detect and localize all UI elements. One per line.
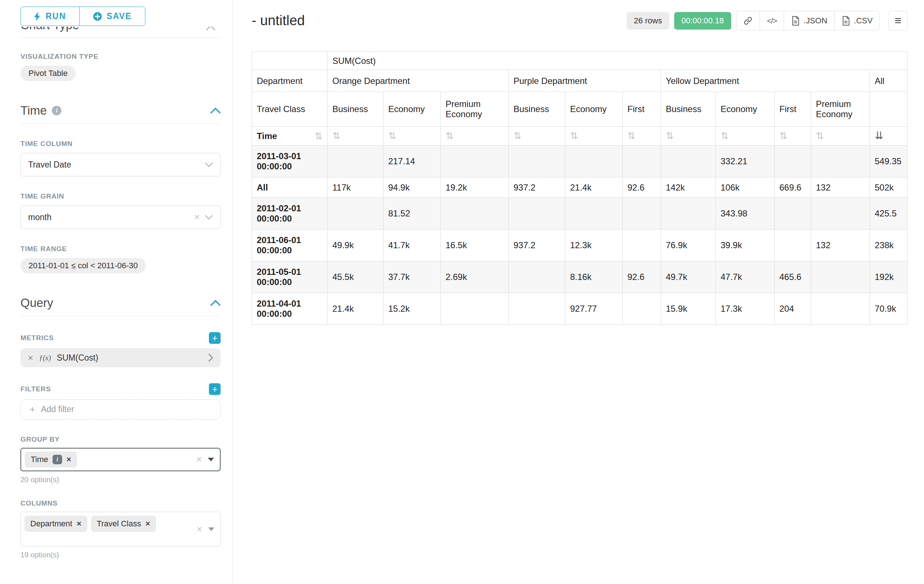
- add-metric-button[interactable]: +: [209, 332, 221, 344]
- sort-icon[interactable]: ⇅: [721, 130, 729, 141]
- sort-cell: ⇅: [775, 127, 811, 146]
- pivot-cell: 92.6: [623, 178, 661, 198]
- remove-chip-icon[interactable]: ×: [145, 519, 150, 528]
- add-filter-plus-button[interactable]: +: [209, 383, 221, 395]
- pivot-cell: [661, 198, 716, 230]
- visualization-type-value[interactable]: Pivot Table: [20, 66, 76, 81]
- sort-icon[interactable]: ⇅: [332, 130, 340, 141]
- caret-down-icon[interactable]: [208, 458, 214, 462]
- clear-icon[interactable]: ×: [194, 212, 200, 222]
- export-csv-button[interactable]: .CSV: [834, 11, 880, 30]
- pivot-cell: [775, 198, 811, 230]
- group-by-chip[interactable]: Time i ×: [25, 451, 77, 467]
- pivot-cell: 465.6: [775, 262, 811, 293]
- sort-icon[interactable]: ⇅: [570, 130, 578, 141]
- sort-icon[interactable]: ⇅: [816, 130, 824, 141]
- pivot-cell: [509, 198, 565, 230]
- chevron-right-icon[interactable]: [208, 354, 213, 362]
- row-time-header: 2011-04-01 00:00:00: [252, 293, 328, 325]
- chevron-up-icon[interactable]: [210, 108, 221, 114]
- add-filter-label: Add filter: [41, 405, 74, 414]
- sort-cell: ⇅: [509, 127, 565, 146]
- department-group: Orange Department: [328, 70, 509, 92]
- sort-cell: ⇅: [441, 127, 509, 146]
- sort-icon[interactable]: ⇅: [779, 130, 787, 141]
- table-row: 2011-03-01 00:00:00 217.14 332.21 549.35: [252, 146, 908, 178]
- table-row: All 117k 94.9k 19.2k 937.2 21.4k 92.6 14…: [252, 178, 908, 198]
- save-button[interactable]: SAVE: [79, 7, 145, 26]
- embed-code-button[interactable]: </>: [760, 11, 784, 30]
- pivot-cell: [811, 293, 870, 325]
- code-icon: </>: [767, 16, 777, 25]
- pivot-cell: [509, 293, 565, 325]
- columns-chip[interactable]: Department ×: [25, 516, 87, 532]
- all-column-header: All: [870, 70, 908, 92]
- sort-desc-icon[interactable]: ⇊: [875, 130, 883, 141]
- pivot-cell: 343.98: [716, 198, 775, 230]
- clear-icon[interactable]: ×: [196, 524, 202, 534]
- sort-icon[interactable]: ⇅: [388, 130, 396, 141]
- remove-metric-icon[interactable]: ×: [28, 352, 33, 364]
- caret-down-icon[interactable]: [208, 527, 214, 531]
- run-button[interactable]: RUN: [20, 7, 79, 26]
- sort-cell: ⇅: [811, 127, 870, 146]
- columns-chip[interactable]: Travel Class ×: [91, 516, 156, 532]
- group-by-label: GROUP BY: [20, 436, 221, 444]
- more-options-button[interactable]: ≡: [888, 11, 908, 30]
- chart-title[interactable]: - untitled: [252, 13, 305, 28]
- chart-type-section-header[interactable]: Chart Type: [20, 26, 221, 33]
- sort-cell: ⇅: [716, 127, 775, 146]
- pivot-cell: [623, 198, 661, 230]
- row-time-header: All: [252, 178, 328, 198]
- pivot-cell: 49.9k: [328, 230, 383, 262]
- sort-icon[interactable]: ⇅: [446, 130, 454, 141]
- pivot-cell: 132: [811, 230, 870, 262]
- table-row: 2011-02-01 00:00:00 81.52 343.98 425.5: [252, 198, 908, 230]
- pivot-cell: 502k: [870, 178, 908, 198]
- metric-header: SUM(Cost): [328, 52, 908, 70]
- pivot-table: SUM(Cost) Department Orange Department P…: [252, 51, 908, 325]
- export-json-button[interactable]: .JSON: [784, 11, 835, 30]
- sort-icon[interactable]: ⇅: [666, 130, 674, 141]
- remove-chip-icon[interactable]: ×: [66, 455, 71, 464]
- metric-chip[interactable]: × ƒ(x) SUM(Cost): [20, 348, 221, 367]
- group-by-chip-label: Time: [31, 455, 48, 464]
- time-grain-select[interactable]: month ×: [20, 206, 221, 229]
- query-section-header[interactable]: Query: [20, 296, 221, 316]
- pivot-cell: 142k: [661, 178, 716, 198]
- sort-icon[interactable]: ⇅: [627, 130, 635, 141]
- pivot-cell: [811, 262, 870, 293]
- time-section-header[interactable]: Time i: [20, 104, 221, 124]
- chevron-up-icon[interactable]: [210, 300, 221, 306]
- pivot-cell: 117k: [328, 178, 383, 198]
- sort-icon[interactable]: ⇅: [513, 130, 521, 141]
- remove-chip-icon[interactable]: ×: [77, 519, 81, 528]
- time-column-select[interactable]: Travel Date: [20, 153, 221, 176]
- share-link-button[interactable]: [736, 11, 760, 30]
- table-row: 2011-04-01 00:00:00 21.4k 15.2k 927.77 1…: [252, 293, 908, 325]
- pivot-cell: 927.77: [565, 293, 623, 325]
- bolt-icon: [34, 12, 41, 21]
- sort-cell: ⇅: [565, 127, 623, 146]
- pivot-cell: 15.2k: [383, 293, 441, 325]
- group-by-select[interactable]: Time i × ×: [20, 448, 221, 471]
- pivot-cell: 49.7k: [661, 262, 716, 293]
- class-header: Economy: [716, 92, 775, 127]
- save-label: SAVE: [107, 12, 132, 21]
- time-range-value[interactable]: 2011-01-01 ≤ col < 2011-06-30: [20, 258, 146, 273]
- pivot-cell: 106k: [716, 178, 775, 198]
- pivot-cell: 238k: [870, 230, 908, 262]
- export-button-group: </> .JSON .CSV: [736, 11, 880, 30]
- columns-select[interactable]: Department × Travel Class × ×: [20, 512, 221, 546]
- pivot-cell: 21.4k: [328, 293, 383, 325]
- pivot-cell: 17.3k: [716, 293, 775, 325]
- clear-icon[interactable]: ×: [196, 455, 202, 465]
- pivot-cell: 81.52: [383, 198, 441, 230]
- csv-button-label: .CSV: [854, 16, 873, 26]
- pivot-cell: 41.7k: [383, 230, 441, 262]
- pivot-cell: 47.7k: [716, 262, 775, 293]
- pivot-cell: [441, 293, 509, 325]
- add-filter-button[interactable]: + Add filter: [20, 399, 221, 419]
- sort-icon[interactable]: ⇅: [314, 132, 322, 141]
- column-info-icon: i: [53, 455, 62, 464]
